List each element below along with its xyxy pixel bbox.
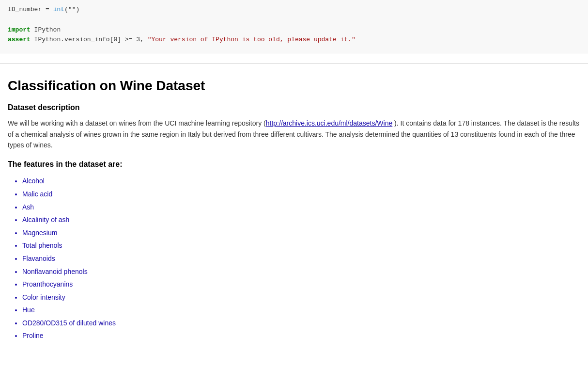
features-heading: The features in the dataset are: xyxy=(8,160,580,169)
main-title: Classification on Wine Dataset xyxy=(8,78,580,94)
dataset-description-heading: Dataset description xyxy=(8,103,580,112)
list-item: Proline xyxy=(22,329,580,342)
list-item: Total phenols xyxy=(22,239,580,252)
content-area: Classification on Wine Dataset Dataset d… xyxy=(0,64,588,350)
description-before-link: We will be working with a dataset on win… xyxy=(8,119,266,127)
list-item: Hue xyxy=(22,304,580,317)
list-item: Magnesium xyxy=(22,226,580,240)
code-block: ID_number = int("") import IPython asser… xyxy=(0,0,588,53)
list-item: Ash xyxy=(22,201,580,214)
description-paragraph: We will be working with a dataset on win… xyxy=(8,118,580,150)
list-item: Flavanoids xyxy=(22,252,580,265)
list-item: Malic acid xyxy=(22,188,580,201)
uci-link[interactable]: http://archive.ics.uci.edu/ml/datasets/W… xyxy=(266,119,392,127)
list-item: Alcalinity of ash xyxy=(22,213,580,226)
list-item: Proanthocyanins xyxy=(22,278,580,291)
code-line-1: ID_number = int("") xyxy=(8,5,580,15)
code-line-3: import IPython xyxy=(8,25,580,35)
feature-list: AlcoholMalic acidAshAlcalinity of ashMag… xyxy=(8,175,580,342)
list-item: Alcohol xyxy=(22,175,580,188)
list-item: OD280/OD315 of diluted wines xyxy=(22,317,580,330)
code-line-4: assert IPython.version_info[0] >= 3, "Yo… xyxy=(8,35,580,45)
list-item: Nonflavanoid phenols xyxy=(22,265,580,278)
list-item: Color intensity xyxy=(22,291,580,304)
code-line-2 xyxy=(8,15,580,25)
